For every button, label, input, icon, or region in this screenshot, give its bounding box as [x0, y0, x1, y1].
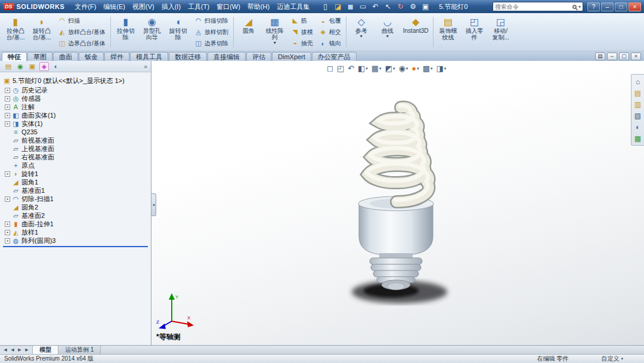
file-explorer-button[interactable]: ▥ [633, 100, 643, 109]
revolve-boss-button[interactable]: ◗旋转凸台/基... [29, 14, 55, 50]
fillet-button[interactable]: ◢圆角 [236, 14, 262, 50]
search-input[interactable] [495, 4, 571, 10]
apply-scene-button[interactable]: ▩▾ [422, 63, 434, 73]
instant3d-button[interactable]: ◆Instant3D [401, 14, 431, 50]
draft-button[interactable]: ◥拔模 [288, 26, 316, 38]
tree-item[interactable]: +◷历史记录 [0, 86, 151, 94]
select-button[interactable]: ↖ [382, 2, 394, 12]
tree-item[interactable]: +◠切除-扫描1 [0, 195, 151, 203]
zoom-area-button[interactable]: ◰ [336, 63, 345, 73]
tree-item[interactable]: ▱基准面2 [0, 211, 151, 220]
move-copy-button[interactable]: ◲移动/复制... [488, 14, 514, 50]
view-settings-button[interactable]: ◨▾ [435, 63, 447, 73]
tree-item[interactable]: ▱右视基准面 [0, 153, 151, 161]
zoom-fit-button[interactable]: ◻ [326, 63, 335, 73]
customize-menu[interactable]: 自定义 ▾ [601, 355, 623, 363]
rib-button[interactable]: ◣筋 [288, 15, 316, 26]
featuremanager-tab-button[interactable]: ▤ [4, 62, 13, 71]
menu-item-5[interactable]: 窗口(W) [213, 1, 244, 13]
insert-part-button[interactable]: ◰插入零件 [462, 14, 488, 50]
tree-item[interactable]: +◧曲面实体(1) [0, 111, 151, 119]
sheet-tab-1[interactable]: 运动算例 1 [58, 346, 101, 354]
linear-pattern-button[interactable]: ▦线性阵列▾ [262, 14, 288, 50]
tree-item[interactable]: +原点 [0, 161, 151, 170]
boundary-cut-button[interactable]: ◫边界切除 [191, 38, 231, 49]
tree-item[interactable]: +▮曲面-拉伸1 [0, 220, 151, 228]
tree-root[interactable]: ▣ 5.节能灯0 (默认<<默认>_显示状态 1>) [0, 76, 151, 85]
tree-item[interactable]: ▱前视基准面 [0, 136, 151, 144]
ribbon-tab-0[interactable]: 特征 [2, 52, 27, 61]
hide-show-items-button[interactable]: ◉▾ [397, 63, 409, 73]
lofted-cut-button[interactable]: ◬放样切割 [191, 26, 231, 38]
dropdown-arrow-icon[interactable]: ▾ [431, 66, 433, 71]
undo-button[interactable]: ↶ [370, 2, 381, 12]
dropdown-arrow-icon[interactable]: ▾ [379, 66, 382, 71]
expand-icon[interactable]: + [5, 230, 10, 235]
view-palette-button[interactable]: ▧ [633, 111, 643, 120]
tree-item[interactable]: ▱基准面1 [0, 186, 151, 195]
doc-minimize-button[interactable]: – [607, 53, 617, 60]
first-sheet-button[interactable]: ◀ [2, 347, 8, 352]
expand-icon[interactable]: + [5, 222, 10, 227]
ribbon-tab-4[interactable]: 焊件 [104, 52, 129, 61]
hole-wizard-button[interactable]: ◉异型孔向导 [139, 14, 165, 50]
custom-properties-button[interactable]: ▦ [633, 134, 643, 143]
maximize-button[interactable]: □ [615, 2, 627, 11]
tree-item[interactable]: +◭放样1 [0, 228, 151, 236]
menu-item-7[interactable]: 迈迪工具集 [273, 1, 313, 13]
tree-item[interactable]: +◨实体(1) [0, 119, 151, 128]
rollback-bar[interactable] [3, 246, 148, 247]
dimxpertmanager-tab-button[interactable]: ◈ [39, 62, 49, 71]
resources-button[interactable]: ⌂ [633, 77, 643, 86]
prev-sheet-button[interactable]: ◀ [10, 347, 16, 352]
menu-item-4[interactable]: 工具(T) [184, 1, 213, 13]
help-button[interactable]: ? [587, 2, 600, 11]
dropdown-arrow-icon[interactable]: ▾ [444, 66, 447, 71]
tree-item[interactable]: ◢圆角1 [0, 178, 151, 186]
ribbon-tab-8[interactable]: 评估 [246, 52, 271, 61]
ribbon-tab-10[interactable]: 办公室产品 [312, 52, 357, 61]
close-button[interactable]: × [628, 2, 641, 11]
menu-item-1[interactable]: 编辑(E) [100, 1, 129, 13]
view-orientation-button[interactable]: ▦▾ [370, 63, 383, 73]
menu-item-0[interactable]: 文件(F) [71, 1, 100, 13]
shell-button[interactable]: ◓抽壳 [288, 38, 316, 49]
mirror-button[interactable]: ◐镜向 [316, 38, 344, 49]
doc-window-menu-button[interactable]: ▤ [595, 53, 605, 60]
ribbon-tab-1[interactable]: 草图 [27, 52, 52, 61]
reference-geometry-button[interactable]: ◇参考▾ [348, 14, 374, 50]
tree-item[interactable]: ▱上视基准面 [0, 144, 151, 153]
dropdown-arrow-icon[interactable]: ▾ [386, 34, 389, 39]
dropdown-arrow-icon[interactable]: ▾ [274, 41, 276, 45]
sheet-tab-0[interactable]: 模型 [33, 346, 58, 354]
print-button[interactable]: ▭ [357, 2, 369, 12]
ribbon-tab-9[interactable]: DimXpert [272, 52, 311, 61]
boundary-boss-button[interactable]: ◫边界凸台/基体 [55, 38, 109, 49]
doc-restore-button[interactable]: ▢ [619, 53, 629, 60]
cfl-bulb-model[interactable] [298, 84, 501, 322]
last-sheet-button[interactable]: ▶ [24, 347, 30, 352]
expand-icon[interactable]: + [5, 121, 10, 127]
intersect-button[interactable]: ◈相交 [316, 26, 344, 38]
extruded-cut-button[interactable]: ▮拉伸切除 [113, 14, 139, 50]
search-chevron-icon[interactable]: ▾ [578, 4, 581, 10]
ribbon-tab-5[interactable]: 模具工具 [130, 52, 168, 61]
expand-icon[interactable]: + [5, 88, 10, 93]
open-button[interactable]: ◪ [332, 2, 343, 12]
tree-item[interactable]: +◗旋转1 [0, 170, 151, 178]
edit-appearance-button[interactable]: ●▾ [410, 63, 420, 73]
sweep-button[interactable]: ◠扫描 [55, 15, 109, 26]
expand-icon[interactable]: + [5, 171, 10, 177]
options-button[interactable]: ⚙ [407, 2, 419, 12]
new-document-button[interactable]: ▯ [320, 2, 331, 12]
design-library-button[interactable]: ▤ [633, 88, 643, 97]
search-box[interactable]: ▾ [493, 2, 583, 11]
expand-icon[interactable]: + [5, 196, 10, 202]
tree-item[interactable]: ≡Q235 [0, 128, 151, 136]
configurationmanager-tab-button[interactable]: ▣ [27, 62, 37, 71]
display-style-button[interactable]: ◩▾ [384, 63, 397, 73]
revolved-cut-button[interactable]: ◖旋转切除 [165, 14, 191, 50]
dropdown-arrow-icon[interactable]: ▾ [360, 34, 363, 39]
displaymanager-tab-button[interactable]: ◐ [51, 62, 61, 71]
search-icon[interactable] [572, 5, 577, 9]
